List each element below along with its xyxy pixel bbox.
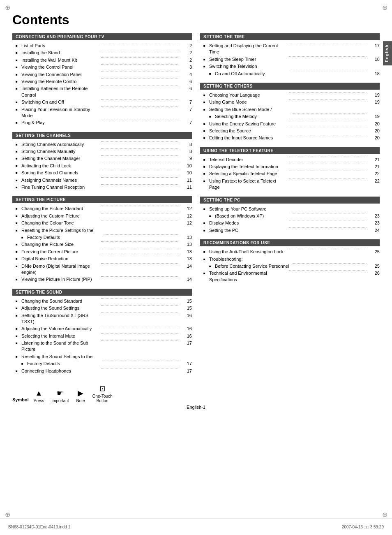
item-label: Installing the Wall Mount Kit [21, 57, 100, 63]
page-number: 19 [368, 92, 380, 98]
toc-item: ■Displaying the Teletext Information21 [203, 164, 380, 170]
toc-item: ■Freezing the Current Picture13 [16, 249, 192, 255]
page-number: 7 [180, 99, 192, 105]
toc-item: ■Setting the Channel Manager9 [16, 155, 192, 162]
toc-section: SETTING THE CHANNELS■Storing Channels Au… [12, 132, 192, 191]
dot-leader [101, 220, 180, 220]
bullet-icon: ■ [203, 93, 209, 97]
dot-leader [101, 256, 180, 256]
bullet-icon: ■ [16, 306, 21, 310]
dot-leader [101, 340, 180, 340]
toc-item: ■Storing Channels Manually8 [16, 148, 192, 155]
dot-leader [101, 249, 180, 249]
dot-leader [101, 99, 180, 100]
symbol-label-text: One-Touch Button [92, 394, 113, 403]
page-number: 14 [180, 276, 192, 283]
page-number: 7 [180, 120, 192, 126]
dot-leader [101, 213, 180, 213]
page-number: 6 [180, 79, 192, 85]
dot-leader [292, 263, 367, 264]
page-number: 20 [368, 128, 380, 134]
item-label: Setting the TruSurround XT (SRS TSXT) [21, 313, 100, 325]
page: ⊕ ⊕ ⊕ ⊕ English Contents CONNECTING AND … [0, 0, 392, 535]
bullet-icon: ■ [16, 221, 21, 225]
toc-item: ■Storing Channels Automatically8 [16, 141, 192, 148]
item-label: Setting the Channel Manager [21, 155, 100, 162]
toc-item: ■Selecting the Source20 [203, 128, 380, 134]
toc-item: ■Listening to the Sound of the Sub Pictu… [16, 340, 192, 353]
page-number: 15 [180, 298, 192, 304]
bullet-icon: ■ [16, 58, 21, 63]
item-label: Switching On and Off [21, 99, 100, 105]
bullet-icon: ■ [209, 264, 215, 269]
dot-leader [101, 141, 180, 142]
dot-leader [289, 92, 367, 93]
bullet-icon: ■ [16, 313, 21, 318]
page-number: 11 [180, 177, 192, 183]
bullet-icon: ■ [203, 228, 209, 233]
toc-item: ■Changing the Colour Tone12 [16, 220, 192, 226]
bullet-icon: ■ [21, 361, 27, 366]
symbol-icon: ⊡ [99, 384, 106, 393]
item-label: Freezing the Current Picture [21, 249, 100, 255]
item-label: Changing the Sound Standard [21, 298, 100, 304]
bullet-icon: ■ [203, 221, 209, 225]
item-label: Switching the Television [209, 63, 380, 69]
page-number: 13 [180, 234, 192, 241]
bullet-icon: ■ [21, 235, 27, 240]
item-label: Setting up Your PC Software [209, 206, 380, 212]
item-label: Selecting the Melody [215, 113, 291, 120]
bullet-icon: ■ [16, 214, 21, 218]
toc-item: ■Installing the Wall Mount Kit2 [16, 57, 192, 63]
dot-leader [101, 57, 180, 58]
bullet-icon: ■ [16, 142, 21, 147]
bullet-icon: ■ [16, 354, 21, 359]
page-number: 2 [180, 50, 192, 56]
section-header: RECOMMENDATIONS FOR USE [200, 239, 380, 246]
crosshair-bl: ⊕ [3, 510, 12, 519]
bullet-icon: ■ [203, 257, 209, 262]
toc-section: SETTING THE TIME■Setting and Displaying … [200, 33, 380, 77]
toc-item: ■Adjusting the Volume Automatically16 [16, 326, 192, 332]
item-label: Assigning Channels Names [21, 177, 100, 183]
toc-item: ■Using the Anti-Theft Kensington Lock25 [203, 249, 380, 255]
page-number: 9 [180, 155, 192, 162]
section-header: SETTING THE OTHERS [200, 83, 380, 90]
item-label: Placing Your Television in Standby Mode [21, 107, 100, 119]
page-number: 12 [180, 213, 192, 219]
page-number: 12 [180, 206, 192, 212]
toc-item: ■Switching the Television [203, 63, 380, 69]
bullet-icon: ■ [16, 277, 21, 282]
page-number: 4 [180, 72, 192, 78]
bullet-icon: ■ [16, 44, 21, 48]
bullet-icon: ■ [16, 164, 21, 168]
section-header: SETTING THE PICTURE [12, 196, 192, 203]
toc-item: ■Fine Tuning Channel Reception11 [16, 184, 192, 190]
toc-item: ■Digital Noise Reduction13 [16, 256, 192, 262]
item-label: Setting the Blue Screen Mode / [209, 107, 380, 113]
toc-item: ■Technical and Environmental Specificati… [203, 270, 380, 283]
item-label: Storing Channels Manually [21, 148, 100, 155]
toc-item: ■DNIe Demo (Digital Natural Image engine… [16, 263, 192, 276]
bullet-icon: ■ [203, 129, 209, 133]
section-header: SETTING THE PC [200, 197, 380, 204]
page-number: 11 [180, 184, 192, 190]
dot-leader [101, 86, 180, 86]
bullet-icon: ■ [16, 51, 21, 55]
dot-leader [101, 107, 180, 107]
dot-leader [101, 313, 180, 313]
toc-item: ■Factory Defaults17 [16, 361, 192, 367]
item-label: Factory Defaults [27, 361, 103, 367]
page-number: 23 [368, 220, 380, 226]
dot-leader [289, 227, 367, 228]
item-label: (Based on Windows XP) [215, 213, 291, 219]
page-number: 17 [180, 368, 192, 374]
item-label: On and Off Automatically [215, 71, 291, 77]
dot-leader [101, 72, 180, 72]
item-label: Selecting the Internal Mute [21, 333, 100, 339]
bullet-icon: ■ [209, 72, 215, 76]
bullet-icon: ■ [203, 250, 209, 254]
page-number: 16 [180, 313, 192, 319]
item-label: Plug & Play [21, 120, 100, 126]
bullet-icon: ■ [16, 341, 21, 345]
